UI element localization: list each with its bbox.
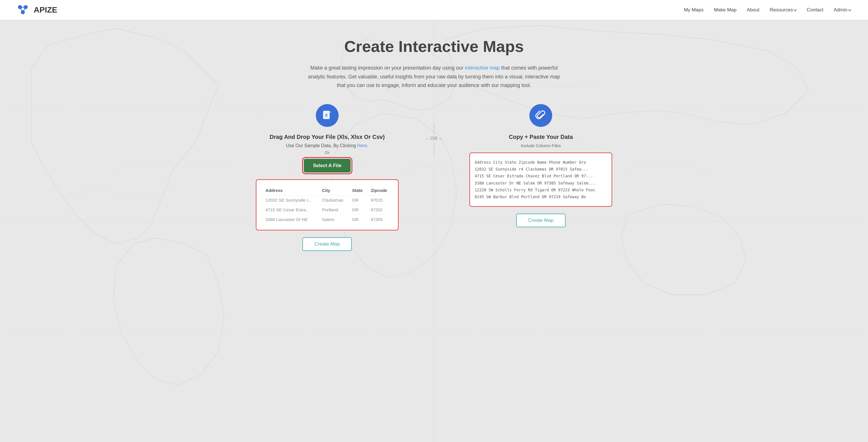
divider-label: – OR –	[426, 136, 442, 141]
excel-icon-circle: X	[316, 104, 339, 127]
or-divider: – OR –	[420, 104, 448, 156]
col-city: City	[319, 185, 349, 195]
nav-links: My Maps Make Map About Resources Contact…	[684, 7, 851, 13]
or-text: Or	[324, 150, 330, 155]
interactive-map-link[interactable]: interactive map	[465, 65, 500, 71]
hero-title: Create Interactive Maps	[23, 37, 845, 56]
col-state: State	[349, 185, 367, 195]
paste-line: 8145 SW Barbur Blvd Portland OR 97219 Sa…	[474, 193, 607, 200]
file-data-preview: Address City State Zipcode 12032 SE Sunn…	[256, 179, 399, 230]
sample-data-text: Use Our Sample Data, By Clicking Here.	[286, 143, 368, 148]
table-row: 3380 Lancaster Dr NE Salem OR 97305	[262, 214, 392, 224]
file-preview-table: Address City State Zipcode 12032 SE Sunn…	[262, 185, 392, 224]
nav-my-maps[interactable]: My Maps	[684, 7, 704, 12]
file-upload-col: X Drag And Drop Your File (Xls, Xlsx Or …	[234, 104, 420, 251]
nav-admin-dropdown[interactable]: Admin	[834, 7, 851, 13]
paste-line: 12032 SE Sunnyside rd Clackamas OR 97015…	[474, 166, 607, 172]
paste-line: 3380 Lancaster Dr NE Salem OR 97305 Safe…	[474, 180, 607, 186]
nav-about[interactable]: About	[747, 7, 760, 12]
navbar: APIZE My Maps Make Map About Resources C…	[0, 0, 868, 20]
paste-data-preview: Address City State Zipcode Name Phone Nu…	[469, 152, 612, 207]
file-create-map-button[interactable]: Create Map	[302, 237, 352, 251]
select-file-button[interactable]: Select A File	[304, 159, 351, 172]
svg-text:X: X	[325, 113, 328, 117]
paste-title: Copy + Paste Your Data	[509, 134, 573, 140]
nav-contact[interactable]: Contact	[807, 7, 824, 12]
col-zipcode: Zipcode	[367, 185, 392, 195]
paste-line: 12220 SW Scholls Ferry Rd Tigard OR 9722…	[474, 186, 607, 193]
logo[interactable]: APIZE	[17, 4, 57, 16]
paste-subtitle: Include Column Files	[521, 143, 561, 148]
resources-chevron-icon	[794, 8, 797, 11]
divider-line-top	[434, 123, 434, 134]
paste-create-map-button[interactable]: Create Map	[516, 213, 566, 227]
divider-line-bottom	[434, 143, 434, 154]
paste-col: Copy + Paste Your Data Include Column Fi…	[448, 104, 634, 227]
sample-data-link[interactable]: Here	[357, 143, 367, 148]
col-address: Address	[262, 185, 319, 195]
paperclip-icon-circle	[529, 104, 552, 127]
table-row: 4715 SE Cesar Estra... Portland OR 97202	[262, 205, 392, 214]
nav-make-map[interactable]: Make Map	[714, 7, 736, 12]
file-upload-title: Drag And Drop Your File (Xls, Xlsx Or Cs…	[270, 134, 384, 140]
upload-section: X Drag And Drop Your File (Xls, Xlsx Or …	[234, 104, 634, 251]
admin-chevron-icon	[848, 8, 851, 11]
logo-text: APIZE	[34, 5, 57, 14]
table-row: 12032 SE Sunnyside r... Clackamas OR 970…	[262, 195, 392, 205]
svg-marker-13	[330, 111, 331, 113]
paste-line: 4715 SE Cesar Estrada Chavez Blvd Portla…	[474, 172, 607, 179]
paste-line: Address City State Zipcode Name Phone Nu…	[474, 159, 607, 166]
nav-resources-dropdown[interactable]: Resources	[770, 7, 796, 13]
main-content: Create Interactive Maps Make a great las…	[0, 20, 868, 274]
hero-subtitle: Make a great lasting impression on your …	[306, 64, 562, 90]
